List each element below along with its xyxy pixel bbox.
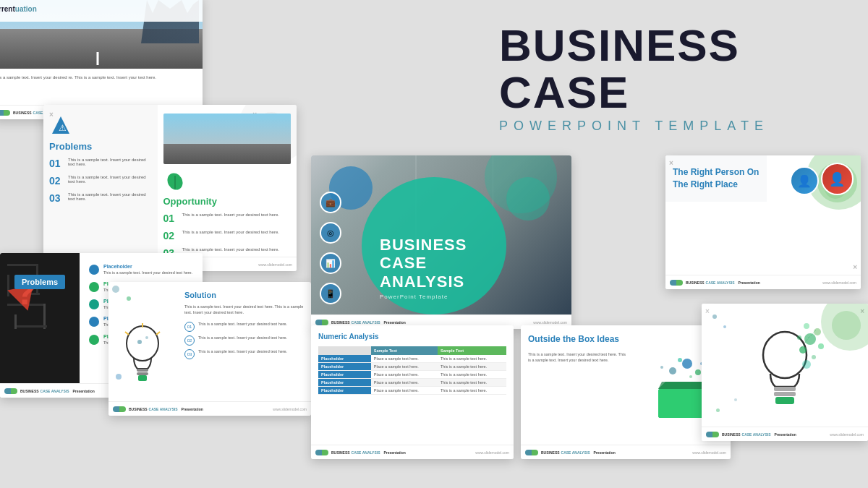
dot-scatter-3 <box>716 408 720 412</box>
lightbulb-area <box>109 282 181 401</box>
icon-target: ◎ <box>320 222 341 244</box>
na-row-4: Placeholder Place a sample text here. Th… <box>318 379 506 387</box>
sol-row-2: 02 This is a sample text. Insert your de… <box>184 335 305 346</box>
footer-p-br: Presentation <box>593 450 615 455</box>
main-slide-title: BUSINESS CASE ANALYSIS <box>380 236 506 291</box>
maze-line-4 <box>7 275 9 296</box>
dot-blue-1 <box>89 265 99 275</box>
problem-row-2: 02 This is a sample text. Insert your de… <box>49 175 152 187</box>
na-val-3a: Place a sample text here. <box>371 371 438 379</box>
na-val-2a: Place a sample text here. <box>371 363 438 371</box>
footer-ca-bl: CASE ANALYSIS <box>41 389 69 393</box>
rp-title: The Right Person On The Right Place <box>673 166 760 191</box>
fr-x-tl: × <box>705 307 710 315</box>
svg-line-9 <box>156 332 160 335</box>
footer-p-bl: Presentation <box>72 389 94 393</box>
deco-c1 <box>112 286 119 293</box>
problem-text-3: This is a sample text. Insert your desir… <box>68 192 152 201</box>
body-paragraph: is a sample text. Insert your desired re… <box>0 74 197 80</box>
rp-left: The Right Person On The Right Place <box>665 155 767 202</box>
footer-bus-bc: BUSINESS <box>331 450 350 455</box>
problem-num-2: 02 <box>49 175 64 187</box>
rp-right: 👤 👤 👤 👤 👤 <box>767 155 861 202</box>
problem-row-1: 01 This is a sample text. Insert your de… <box>49 158 152 169</box>
footer-logo-tr <box>670 280 683 286</box>
svg-point-20 <box>678 358 682 362</box>
opportunity-row-2: 02 This is a sample text. Insert your de… <box>163 230 292 241</box>
footer-logo-fr <box>706 432 719 437</box>
na-ph-2: Placeholder <box>318 363 371 371</box>
slide-footer-tr: BUSINESS CASE ANALYSIS Presentation www.… <box>665 275 861 289</box>
svg-point-33 <box>802 360 811 369</box>
svg-rect-10 <box>138 375 147 381</box>
footer-p-cm: Presentation <box>383 320 405 325</box>
slide-body-text: is a sample text. Insert your desired re… <box>0 69 203 86</box>
opp-num-2: 02 <box>163 230 178 241</box>
footer-ca-cm: CASE ANALYSIS <box>352 320 380 325</box>
footer-logo-br <box>525 450 538 455</box>
maze-line-8 <box>14 314 17 329</box>
dot-teal-3 <box>89 299 99 309</box>
opportunity-icon <box>163 170 187 193</box>
na-title: Numeric Analysis <box>318 333 506 341</box>
icon-chart: 📊 <box>320 252 341 274</box>
opp-text-3: This is a sample text. Insert your desir… <box>182 247 279 252</box>
footer-bus-bcl: BUSINESS <box>129 407 148 411</box>
opportunity-image <box>163 114 292 164</box>
footer-label: BUSINESS <box>13 111 32 115</box>
sol-row-text-2: This is a sample text. Insert your desir… <box>198 335 287 341</box>
footer-ca-tr: CASE ANALYSIS <box>706 281 735 285</box>
footer-logo-cm <box>315 320 328 325</box>
na-val-4a: Place a sample text here. <box>371 379 438 387</box>
sol-num-circle-3: 03 <box>184 349 195 359</box>
problem-text-1: This is a sample text. Insert your desir… <box>68 158 152 166</box>
na-val-3b: This is a sample text here. <box>438 371 506 379</box>
slide-footer-bc: BUSINESS CASE ANALYSIS Presentation www.… <box>311 445 514 459</box>
main-slide-subtitle: PowerPoint Template <box>380 294 506 300</box>
slide-center-main: 💼 ◎ 📊 📱 BUSINESS CASE ANALYSIS PowerPoin… <box>311 155 571 329</box>
svg-point-35 <box>804 323 809 329</box>
svg-rect-5 <box>137 369 148 372</box>
svg-point-12 <box>145 336 148 339</box>
avatar-2: 👤 <box>790 166 819 195</box>
fr-lightbulb-container <box>738 317 832 414</box>
footer-bus-br: BUSINESS <box>541 450 560 455</box>
svg-rect-25 <box>774 387 796 391</box>
rp-x-2: × <box>853 263 857 271</box>
placeholder-row-1: Placeholder This is a sample text. Inser… <box>89 264 197 275</box>
main-title: BUSINESS CASE <box>499 22 846 116</box>
maze-line-1 <box>7 264 36 266</box>
na-table: Sample Text Sample Text Placeholder Plac… <box>318 346 506 395</box>
svg-rect-27 <box>775 397 794 404</box>
svg-text:⚠: ⚠ <box>59 123 67 133</box>
problem-num-3: 03 <box>49 192 64 204</box>
slide-far-right: × × <box>702 304 868 441</box>
opportunity-section: Opportunity 01 This is a sample text. In… <box>158 105 297 257</box>
na-row-5: Placeholder Place a sample text here. Th… <box>318 387 506 395</box>
ob-text-area: Outside the Box Ideas This is a sample t… <box>521 325 637 445</box>
problem-text-2: This is a sample text. Insert your desir… <box>68 175 152 184</box>
footer-url-fr: www.slidemodel.com <box>830 432 864 437</box>
footer-bus-cm: BUSINESS <box>331 320 350 325</box>
bcl-content: Solution This is a sample text. Insert y… <box>109 282 311 401</box>
na-val-2b: This is a sample text here. <box>438 363 506 371</box>
fr-lightbulb-svg <box>738 317 832 411</box>
solution-title: Solution <box>184 291 305 299</box>
na-val-1a: Place a sample text here. <box>371 355 438 363</box>
slide-mid-left: × × ⚠ Problems 01 This is a sample text.… <box>43 105 297 271</box>
problems-title: Problems <box>49 141 152 152</box>
slide-bot-center: Numeric Analysis Sample Text Sample Text… <box>311 325 514 459</box>
slide-top-left: rrent uation is a sample text. Insert yo… <box>0 0 203 119</box>
slide-footer-fr: BUSINESS CASE ANALYSIS Presentation www.… <box>702 427 868 441</box>
footer-url-bcl: www.slidemodel.com <box>273 407 307 411</box>
footer-p-bcl: Presentation <box>181 407 203 411</box>
na-col-2: Sample Text <box>438 346 506 355</box>
maze-bg: ? <box>0 253 80 383</box>
dot-scatter-2 <box>723 325 726 328</box>
dot-green-5 <box>89 335 99 345</box>
sol-row-text-3: This is a sample text. Insert your desir… <box>198 349 287 355</box>
slide-header-overlay: rrent uation <box>0 0 203 22</box>
footer-url-mid: www.slidemodel.com <box>258 262 292 267</box>
sol-row-3: 03 This is a sample text. Insert your de… <box>184 349 305 359</box>
svg-point-30 <box>814 328 821 335</box>
